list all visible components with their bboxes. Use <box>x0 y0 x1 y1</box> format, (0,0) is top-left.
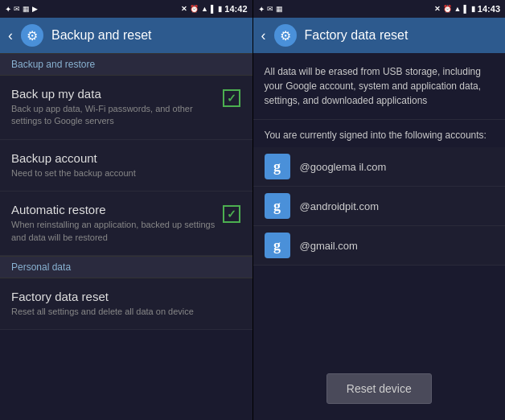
msg-icon-r: ✉ <box>267 5 273 13</box>
battery-icon-r: ▮ <box>471 5 475 13</box>
dropbox-icon: ✦ <box>5 5 11 14</box>
signal-icon-r: ▌ <box>463 5 468 13</box>
status-right-left-icons: ✦ ✉ ▦ <box>258 5 283 14</box>
play-icon: ▶ <box>32 5 38 13</box>
accounts-intro: You are currently signed into the follow… <box>253 120 506 147</box>
account-email-2: @gmail.com <box>300 240 358 252</box>
right-header: ‹ ⚙ Factory data reset <box>253 18 506 53</box>
back-button-left[interactable]: ‹ <box>8 27 13 44</box>
status-bar-left: ✦ ✉ ▦ ▶ ✕ ⏰ ▲ ▌ ▮ 14:42 <box>0 0 252 18</box>
nfc-icon: ▦ <box>23 5 30 13</box>
menu-item-backup-data[interactable]: Back up my data Back up app data, Wi-Fi … <box>0 76 252 140</box>
factory-reset-description: All data will be erased from USB storage… <box>253 53 506 120</box>
status-right-left: ✕ ⏰ ▲ ▌ ▮ 14:42 <box>181 4 247 14</box>
left-header-title: Backup and reset <box>51 28 152 43</box>
backup-data-title: Back up my data <box>11 87 216 101</box>
alarm-icon: ⏰ <box>190 5 199 13</box>
auto-restore-subtitle: When reinstalling an application, backed… <box>11 219 216 244</box>
reset-device-button[interactable]: Reset device <box>326 373 432 404</box>
factory-reset-subtitle: Reset all settings and delete all data o… <box>11 306 241 318</box>
alarm-icon-r: ⏰ <box>443 5 452 13</box>
menu-item-auto-restore[interactable]: Automatic restore When reinstalling an a… <box>0 191 252 256</box>
back-button-right[interactable]: ‹ <box>261 27 266 44</box>
dropbox-icon-r: ✦ <box>258 5 265 14</box>
checkmark-backup-data: ✓ <box>223 89 240 107</box>
auto-restore-check: ✓ <box>222 204 241 224</box>
google-icon-2: g <box>265 233 290 258</box>
msg-icon: ✉ <box>14 5 20 13</box>
google-icon-0: g <box>265 154 290 179</box>
time-left: 14:42 <box>224 4 247 14</box>
section-header-backup: Backup and restore <box>0 53 252 76</box>
backup-account-title: Backup account <box>11 151 241 165</box>
left-panel: ✦ ✉ ▦ ▶ ✕ ⏰ ▲ ▌ ▮ 14:42 ‹ ⚙ Backup and r… <box>0 0 253 420</box>
menu-item-backup-account[interactable]: Backup account Need to set the backup ac… <box>0 140 252 191</box>
status-right-right-icons: ✕ ⏰ ▲ ▌ ▮ 14:43 <box>434 4 500 14</box>
section-header-personal: Personal data <box>0 256 252 278</box>
reset-button-container: Reset device <box>253 357 506 420</box>
signal-icon: ▌ <box>211 5 216 13</box>
wifi-icon: ▲ <box>201 5 208 13</box>
status-left-icons: ✦ ✉ ▦ ▶ <box>5 5 38 14</box>
wifi-icon-r: ▲ <box>454 5 462 13</box>
account-item-0: g @googlema il.com <box>253 147 506 187</box>
backup-account-subtitle: Need to set the backup account <box>11 167 241 179</box>
backup-data-subtitle: Back up app data, Wi-Fi passwords, and o… <box>11 103 216 128</box>
nfc-icon-r: ▦ <box>276 5 283 13</box>
account-email-0: @googlema il.com <box>300 161 387 173</box>
status-bar-right: ✦ ✉ ▦ ✕ ⏰ ▲ ▌ ▮ 14:43 <box>253 0 506 18</box>
account-item-1: g @androidpit.com <box>253 187 506 226</box>
checkmark-auto-restore: ✓ <box>223 205 240 223</box>
backup-data-check: ✓ <box>222 89 241 108</box>
account-email-1: @androidpit.com <box>300 200 379 212</box>
factory-reset-title: Factory data reset <box>11 290 241 303</box>
battery-icon: ▮ <box>218 5 222 13</box>
mute-icon-r: ✕ <box>434 5 441 13</box>
google-icon-1: g <box>265 193 290 219</box>
time-right: 14:43 <box>478 4 500 14</box>
mute-icon: ✕ <box>181 5 187 13</box>
right-panel: ✦ ✉ ▦ ✕ ⏰ ▲ ▌ ▮ 14:43 ‹ ⚙ Factory data r… <box>253 0 506 420</box>
gear-icon-left: ⚙ <box>21 24 43 47</box>
menu-item-factory-reset[interactable]: Factory data reset Reset all settings an… <box>0 278 252 330</box>
gear-icon-right: ⚙ <box>274 24 297 47</box>
account-item-2: g @gmail.com <box>253 226 506 266</box>
right-header-title: Factory data reset <box>305 28 409 43</box>
auto-restore-title: Automatic restore <box>11 203 216 216</box>
left-header: ‹ ⚙ Backup and reset <box>0 18 252 53</box>
